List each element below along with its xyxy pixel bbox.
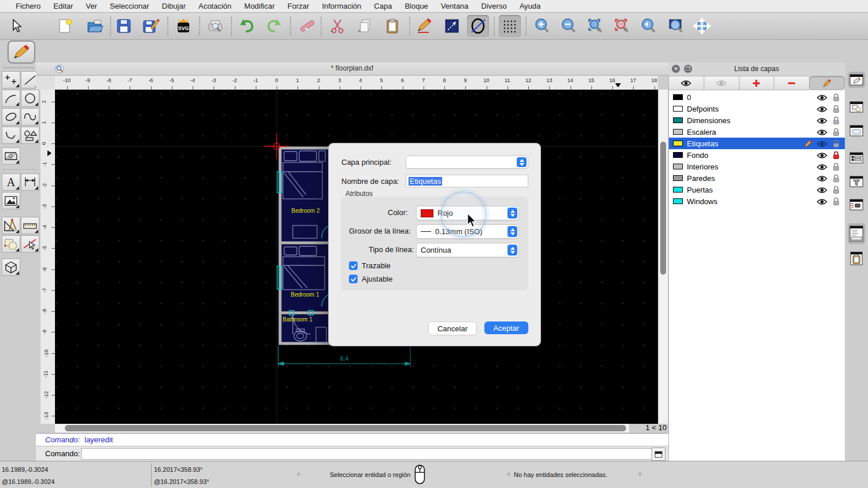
add-layer-button[interactable] <box>740 76 775 90</box>
zoom-out-icon[interactable] <box>558 15 580 37</box>
zoom-auto-icon[interactable] <box>584 15 606 37</box>
box-3d-tool[interactable] <box>2 258 20 276</box>
horizontal-scrollbar-thumb[interactable] <box>65 425 626 431</box>
cancel-button[interactable]: Cancelar <box>428 321 477 335</box>
points-tool[interactable] <box>2 71 20 88</box>
arc-tool[interactable] <box>2 90 20 107</box>
layer-name-field[interactable]: Etiquetas <box>406 175 528 187</box>
pen-icon[interactable] <box>413 15 435 37</box>
zoom-pan-icon[interactable] <box>691 15 713 37</box>
lock-icon[interactable] <box>833 197 840 208</box>
text-tool[interactable]: A <box>2 173 20 191</box>
visibility-eye-icon[interactable] <box>816 105 827 115</box>
rectangle-draft-icon[interactable] <box>441 15 463 37</box>
undo-icon[interactable] <box>236 15 258 37</box>
menu-diverso[interactable]: Diverso <box>475 2 513 10</box>
polyline-tool[interactable] <box>2 127 20 144</box>
save-icon[interactable] <box>113 15 135 37</box>
spline-tool[interactable] <box>21 108 39 125</box>
layer-panel-title-bar[interactable]: ✕ ❐ Lista de capas <box>668 62 845 76</box>
dimension-tool[interactable] <box>21 173 39 191</box>
visibility-eye-icon[interactable] <box>816 139 827 150</box>
panel-blocks-button[interactable] <box>848 99 865 115</box>
adjustable-checkbox[interactable] <box>349 275 358 283</box>
snap-tool[interactable] <box>21 235 39 253</box>
visibility-eye-icon[interactable] <box>816 116 827 127</box>
menu-fichero[interactable]: Fichero <box>9 2 47 10</box>
line-type-select[interactable]: Contínua <box>416 243 519 257</box>
visibility-eye-icon[interactable] <box>816 186 827 196</box>
layer-row-etiquetas[interactable]: Etiquetas <box>669 138 845 149</box>
edit-layer-button[interactable] <box>810 76 845 90</box>
horizontal-scrollbar[interactable] <box>55 424 629 432</box>
layer-row-fondo[interactable]: Fondo <box>669 149 845 161</box>
menu-forzar[interactable]: Forzar <box>281 2 316 10</box>
active-tool-pencil-button[interactable] <box>8 40 35 64</box>
accept-button[interactable]: Aceptar <box>484 321 528 334</box>
visibility-eye-icon[interactable] <box>816 128 827 138</box>
eraser-icon[interactable] <box>296 15 318 37</box>
open-file-icon[interactable] <box>84 15 106 37</box>
copy-icon[interactable]: + <box>354 15 376 37</box>
layer-row-dimensiones[interactable]: Dimensiones <box>669 114 845 126</box>
panel-layers-button[interactable] <box>848 72 865 88</box>
zoom-in-icon[interactable] <box>531 15 553 37</box>
show-all-layers-button[interactable] <box>668 76 704 90</box>
panel-command-button[interactable] <box>848 223 865 244</box>
layer-row-puertas[interactable]: Puertas <box>669 184 845 195</box>
visibility-eye-icon[interactable] <box>816 174 827 184</box>
grid-toggle-icon[interactable] <box>499 15 521 37</box>
remove-layer-button[interactable] <box>774 76 810 90</box>
document-title-bar[interactable]: * floorplan.dxf <box>36 62 668 76</box>
visibility-eye-icon[interactable] <box>816 93 827 103</box>
save-as-icon[interactable] <box>140 15 162 37</box>
ruler-tool[interactable] <box>21 217 39 234</box>
visibility-eye-icon[interactable] <box>816 197 827 208</box>
zoom-selection-icon[interactable] <box>611 15 633 37</box>
panel-clipboard-button[interactable] <box>848 250 865 267</box>
menu-ver[interactable]: Ver <box>79 2 104 10</box>
menu-ventana[interactable]: Ventana <box>435 2 475 10</box>
layer-row-interiores[interactable]: Interiores <box>669 161 845 172</box>
shapes-tool[interactable] <box>21 127 39 144</box>
layer-row-paredes[interactable]: Paredes <box>669 172 845 184</box>
layer-row-0[interactable]: 0 <box>669 91 845 103</box>
menu-capa[interactable]: Capa <box>367 2 398 10</box>
panel-list-button[interactable] <box>848 150 865 166</box>
vertical-scrollbar-thumb[interactable] <box>660 142 666 275</box>
menu-seleccionar[interactable]: Seleccionar <box>104 2 156 10</box>
select-pointer-icon[interactable] <box>6 15 28 37</box>
menu-informacion[interactable]: Información <box>315 2 367 10</box>
zoom-previous-icon[interactable] <box>638 15 660 37</box>
command-input[interactable] <box>81 448 654 460</box>
menu-editar[interactable]: Editar <box>47 2 79 10</box>
ellipse-tool[interactable] <box>2 108 20 125</box>
panel-filter-button[interactable] <box>848 173 865 190</box>
menu-modificar[interactable]: Modificar <box>238 2 281 10</box>
paste-icon[interactable] <box>381 15 403 37</box>
visibility-eye-icon[interactable] <box>816 151 827 161</box>
modify-tool[interactable] <box>2 235 20 253</box>
menu-dibujar[interactable]: Dibujar <box>156 2 192 10</box>
printable-checkbox[interactable] <box>349 261 358 270</box>
construction-tool[interactable] <box>2 217 20 234</box>
circle-tool[interactable] <box>21 90 39 107</box>
hatch-tool[interactable] <box>2 147 20 165</box>
cut-icon[interactable]: + <box>326 15 348 37</box>
layer-row-escalera[interactable]: Escalera <box>669 126 845 138</box>
svg-export-icon[interactable]: SVG <box>172 15 194 37</box>
zoom-window-icon[interactable] <box>665 15 687 37</box>
new-document-icon[interactable] <box>54 15 76 37</box>
panel-view-button[interactable] <box>848 197 865 213</box>
command-detach-button[interactable] <box>652 448 665 461</box>
panel-library-button[interactable] <box>848 123 865 139</box>
menu-acotacion[interactable]: Acotación <box>192 2 238 10</box>
menu-ayuda[interactable]: Ayuda <box>513 2 547 10</box>
hide-all-layers-button[interactable] <box>704 76 740 90</box>
image-tool[interactable] <box>2 192 20 209</box>
visibility-eye-icon[interactable] <box>816 162 827 173</box>
print-preview-icon[interactable] <box>204 15 226 37</box>
parent-layer-select[interactable] <box>406 156 528 169</box>
ellipse-strike-icon[interactable] <box>467 15 489 37</box>
redo-icon[interactable] <box>263 15 285 37</box>
